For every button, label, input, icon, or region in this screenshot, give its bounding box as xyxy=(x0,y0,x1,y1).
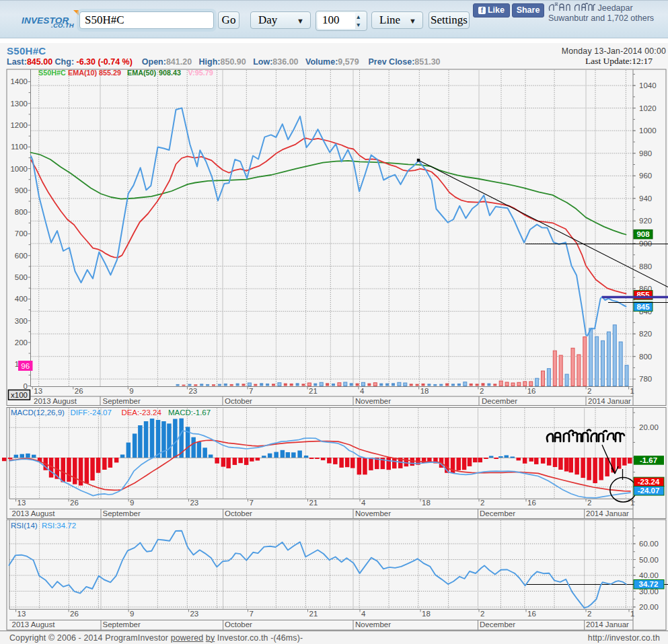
svg-text:13: 13 xyxy=(17,610,26,618)
svg-text:21: 21 xyxy=(309,387,318,395)
svg-text:2013 August: 2013 August xyxy=(12,509,56,517)
svg-text:600: 600 xyxy=(15,252,28,260)
svg-text:1300: 1300 xyxy=(10,100,28,108)
svg-text:2014 Januar: 2014 Januar xyxy=(586,509,629,517)
svg-text:9: 9 xyxy=(130,610,134,618)
svg-text:23: 23 xyxy=(190,499,198,507)
svg-text:-23.24: -23.24 xyxy=(638,478,660,486)
svg-text:16: 16 xyxy=(527,610,536,618)
svg-text:1040: 1040 xyxy=(639,81,657,90)
svg-text:EMA(10): EMA(10) xyxy=(68,69,98,77)
svg-text:1200: 1200 xyxy=(10,121,28,129)
svg-text:20.00: 20.00 xyxy=(639,423,659,431)
svg-text:1400: 1400 xyxy=(10,77,28,85)
svg-text:780: 780 xyxy=(639,375,652,383)
svg-text:4: 4 xyxy=(361,610,366,618)
svg-text:13: 13 xyxy=(17,499,26,507)
svg-text:S50H#C: S50H#C xyxy=(38,69,66,77)
svg-text:980: 980 xyxy=(639,149,652,157)
svg-text:MACD:-1.67: MACD:-1.67 xyxy=(168,408,211,417)
svg-text:18: 18 xyxy=(422,610,431,618)
svg-text:2014 Januar: 2014 Januar xyxy=(588,397,631,405)
svg-text:September: September xyxy=(103,509,141,517)
svg-text:1000: 1000 xyxy=(10,165,28,173)
svg-text:October: October xyxy=(225,397,252,405)
svg-text:20.00: 20.00 xyxy=(639,603,659,611)
svg-text:855.29: 855.29 xyxy=(99,69,121,77)
svg-text:1: 1 xyxy=(630,387,634,395)
svg-text:26: 26 xyxy=(70,610,79,618)
svg-text:-1.67: -1.67 xyxy=(640,456,657,464)
svg-text:60.00: 60.00 xyxy=(639,540,659,548)
svg-text:2: 2 xyxy=(480,499,484,507)
svg-text:EMA(50): EMA(50) xyxy=(127,69,157,77)
svg-text:700: 700 xyxy=(15,229,28,238)
svg-text:920: 920 xyxy=(639,217,652,225)
svg-text:V:95.79: V:95.79 xyxy=(188,69,213,77)
svg-text:16: 16 xyxy=(527,387,536,395)
svg-text:September: September xyxy=(103,620,141,629)
svg-text:1000: 1000 xyxy=(639,127,657,135)
svg-text:1: 1 xyxy=(630,610,634,618)
svg-text:960: 960 xyxy=(639,172,652,180)
svg-text:DEA:-23.24: DEA:-23.24 xyxy=(121,408,161,417)
svg-text:18: 18 xyxy=(422,499,431,507)
svg-text:2: 2 xyxy=(587,499,591,507)
svg-text:4: 4 xyxy=(361,499,366,507)
svg-text:2014 Januar: 2014 Januar xyxy=(586,620,629,629)
svg-text:DIFF:-24.07: DIFF:-24.07 xyxy=(71,408,112,417)
svg-text:RSI:34.72: RSI:34.72 xyxy=(42,522,76,530)
svg-text:23: 23 xyxy=(188,387,197,395)
svg-text:MACD(12,26,9): MACD(12,26,9) xyxy=(11,408,65,417)
svg-text:26: 26 xyxy=(75,387,83,395)
svg-text:940: 940 xyxy=(639,194,652,203)
svg-text:9: 9 xyxy=(129,387,133,395)
svg-text:2: 2 xyxy=(480,610,484,618)
svg-text:908.43: 908.43 xyxy=(159,69,181,77)
svg-text:December: December xyxy=(482,397,517,405)
svg-text:November: November xyxy=(355,397,391,405)
svg-text:34.72: 34.72 xyxy=(639,580,659,588)
svg-text:21: 21 xyxy=(309,499,318,507)
svg-text:November: November xyxy=(355,620,391,629)
svg-text:0: 0 xyxy=(24,382,28,390)
svg-text:40.00: 40.00 xyxy=(639,571,659,579)
svg-text:1020: 1020 xyxy=(639,104,657,112)
svg-text:2013 August: 2013 August xyxy=(34,397,77,405)
svg-text:September: September xyxy=(103,397,141,405)
svg-text:300: 300 xyxy=(15,317,28,325)
svg-text:9: 9 xyxy=(130,499,134,507)
svg-text:96: 96 xyxy=(21,362,30,370)
svg-text:800: 800 xyxy=(639,353,652,361)
svg-text:November: November xyxy=(355,509,391,517)
svg-text:820: 820 xyxy=(639,330,652,338)
svg-text:December: December xyxy=(480,620,515,629)
svg-text:200: 200 xyxy=(15,338,28,347)
svg-text:900: 900 xyxy=(15,186,28,194)
svg-text:RSI(14): RSI(14) xyxy=(11,522,38,530)
svg-text:900: 900 xyxy=(639,240,652,248)
svg-text:26: 26 xyxy=(70,499,79,507)
svg-text:800: 800 xyxy=(15,208,28,216)
svg-text:880: 880 xyxy=(639,262,652,271)
svg-text:4: 4 xyxy=(360,387,365,395)
svg-text:845: 845 xyxy=(636,303,650,311)
svg-text:December: December xyxy=(480,509,515,517)
svg-text:2: 2 xyxy=(587,610,591,618)
svg-text:23: 23 xyxy=(190,610,198,618)
svg-text:18: 18 xyxy=(420,387,429,395)
svg-text:7: 7 xyxy=(250,610,254,618)
svg-text:2: 2 xyxy=(480,387,484,395)
svg-text:1100: 1100 xyxy=(11,143,28,151)
svg-text:x100: x100 xyxy=(11,391,28,399)
svg-text:908: 908 xyxy=(636,230,650,238)
svg-text:13: 13 xyxy=(34,387,42,395)
svg-text:2013 August: 2013 August xyxy=(12,620,56,629)
svg-text:-24.07: -24.07 xyxy=(638,487,660,495)
svg-text:October: October xyxy=(225,509,252,517)
svg-text:October: October xyxy=(225,620,252,629)
svg-text:50.00: 50.00 xyxy=(639,556,659,564)
svg-text:2: 2 xyxy=(587,387,591,395)
svg-text:7: 7 xyxy=(249,387,253,395)
svg-text:16: 16 xyxy=(527,499,536,507)
